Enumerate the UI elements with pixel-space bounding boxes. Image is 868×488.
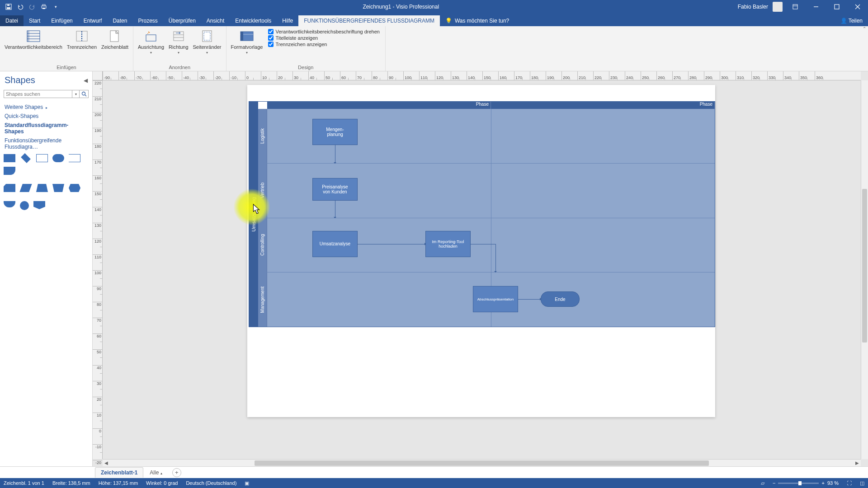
page-tab-all[interactable]: Alle ▴	[145, 468, 166, 478]
shape-parallelogram[interactable]	[19, 184, 32, 192]
scroll-left-icon[interactable]: ◀	[103, 460, 110, 465]
node-preisanalyse[interactable]: Preisanalyse von Kunden	[312, 178, 358, 201]
phase-1[interactable]: Phase	[267, 102, 491, 109]
search-dropdown-icon[interactable]: ▾	[72, 90, 80, 98]
shape-preparation[interactable]	[69, 184, 80, 192]
tab-review[interactable]: Überprüfen	[163, 15, 201, 26]
save-icon[interactable]	[5, 3, 13, 11]
collapse-ribbon-icon[interactable]: ⌃	[863, 26, 866, 31]
swimlane-button[interactable]: Verantwortlichkeitsbereich	[3, 28, 64, 51]
presentation-mode-icon[interactable]: ▱	[761, 480, 764, 486]
scrollbar-horizontal[interactable]: ◀ ▶	[103, 459, 861, 466]
tab-data[interactable]: Daten	[107, 15, 132, 26]
titlebar-checkbox-label[interactable]: Titelleiste anzeigen	[268, 35, 380, 41]
page-tab-1[interactable]: Zeichenblatt-1	[95, 467, 143, 478]
redo-icon[interactable]	[28, 3, 36, 11]
shape-delay[interactable]	[4, 201, 15, 207]
quick-shapes-link[interactable]: Quick-Shapes	[0, 112, 92, 121]
std-shapes-link[interactable]: Standardflussdiagramm-Shapes	[0, 121, 92, 136]
tab-start[interactable]: Start	[24, 15, 46, 26]
shapes-search-input[interactable]	[4, 90, 72, 98]
maximize-icon[interactable]	[829, 0, 845, 14]
shape-document[interactable]	[4, 167, 15, 175]
shape-manual-input[interactable]	[52, 184, 64, 192]
node-mengenplanung[interactable]: Mengen- planung	[312, 119, 358, 145]
style-button[interactable]: Formatvorlage	[229, 28, 265, 56]
fit-page-icon[interactable]: ⛶	[847, 480, 852, 486]
svg-rect-5	[42, 8, 45, 9]
titlebar: ▾ Zeichnung1 - Visio Professional Fabio …	[0, 0, 868, 14]
print-icon[interactable]	[40, 3, 48, 11]
shape-manual-op[interactable]	[36, 184, 48, 192]
rotate-label-checkbox[interactable]: Verantwortlichkeitsbereichsbeschriftung …	[268, 29, 380, 34]
tab-design[interactable]: Entwurf	[78, 15, 108, 26]
node-umsatzanalyse[interactable]: Umsatzanalyse	[312, 231, 358, 257]
shape-terminator[interactable]	[52, 154, 64, 162]
shape-process[interactable]	[4, 154, 15, 162]
qat-customize-icon[interactable]: ▾	[52, 3, 60, 11]
separators-checkbox-label[interactable]: Trennzeichen anzeigen	[268, 42, 380, 47]
node-abschluss[interactable]: Abschlusspräsentation	[473, 286, 518, 312]
direction-button[interactable]: Richtung	[167, 28, 190, 56]
rotate-checkbox[interactable]	[268, 29, 274, 34]
lane-management[interactable]: Management Abschlusspräsentation Ende	[258, 272, 715, 327]
share-button[interactable]: 👤 Teilen	[835, 15, 868, 26]
titlebar-checkbox[interactable]	[268, 35, 274, 41]
node-reporting[interactable]: Im Reporting-Tool hochladen	[425, 231, 471, 257]
zoom-level[interactable]: 93 %	[827, 480, 839, 486]
shape-data[interactable]	[69, 154, 80, 162]
shape-subprocess[interactable]	[36, 154, 48, 162]
drawing-page[interactable]: Umsatzplanung Phase Phase Logistik Menge…	[247, 85, 715, 417]
canvas[interactable]: Umsatzplanung Phase Phase Logistik Menge…	[103, 80, 861, 459]
connector[interactable]	[471, 244, 495, 244]
tab-insert[interactable]: Einfügen	[46, 15, 78, 26]
close-icon[interactable]	[849, 0, 866, 14]
lane-vertrieb[interactable]: Vertrieb Preisanalyse von Kunden	[258, 164, 715, 218]
tell-me[interactable]: 💡 Was möchten Sie tun?	[440, 15, 514, 26]
connector[interactable]	[518, 299, 541, 300]
ribbon-display-icon[interactable]	[787, 0, 803, 14]
zoom-in-icon[interactable]: +	[821, 480, 824, 486]
swimlane-container[interactable]: Umsatzplanung Phase Phase Logistik Menge…	[249, 101, 715, 327]
user-name[interactable]: Fabio Basler	[738, 4, 768, 10]
lane-controlling[interactable]: Controlling Umsatzanalyse Im Reporting-T…	[258, 218, 715, 273]
zoom-slider[interactable]	[778, 483, 819, 484]
shapes-collapse-icon[interactable]: ◀	[84, 77, 88, 84]
separator-button[interactable]: Trennzeichen	[65, 28, 99, 51]
orientation-button[interactable]: Ausrichtung	[136, 28, 166, 56]
tab-crossfunctional[interactable]: FUNKTIONSÜBERGREIFENDES FLUSSDIAGRAMM	[298, 15, 440, 26]
node-ende[interactable]: Ende	[541, 291, 580, 307]
connector[interactable]	[335, 201, 335, 218]
shape-connector[interactable]	[20, 201, 29, 210]
zoom-out-icon[interactable]: −	[773, 480, 775, 486]
scroll-right-icon[interactable]: ▶	[854, 460, 861, 465]
page-button[interactable]: Zeichenblatt	[99, 28, 130, 51]
tab-developer[interactable]: Entwicklertools	[230, 15, 277, 26]
swimlane-title[interactable]: Umsatzplanung	[249, 102, 258, 327]
pan-zoom-icon[interactable]: ◫	[860, 480, 864, 486]
undo-icon[interactable]	[16, 3, 24, 11]
connector[interactable]	[335, 145, 335, 163]
cross-shapes-link[interactable]: Funktionsübergreifende Flussdiagra…	[0, 136, 92, 151]
search-icon[interactable]	[80, 90, 89, 98]
shape-card[interactable]	[4, 184, 15, 192]
macro-record-icon[interactable]: ▣	[245, 480, 249, 486]
lane-logistik[interactable]: Logistik Mengen- planung	[258, 109, 715, 164]
shape-decision[interactable]	[21, 153, 31, 163]
avatar[interactable]	[773, 2, 783, 12]
add-page-button[interactable]: +	[172, 468, 181, 477]
shape-offpage[interactable]	[33, 201, 45, 209]
phase-2[interactable]: Phase	[491, 102, 715, 109]
scrollbar-vertical[interactable]	[861, 80, 868, 459]
connector[interactable]	[358, 244, 425, 244]
tab-process[interactable]: Prozess	[132, 15, 163, 26]
status-lang[interactable]: Deutsch (Deutschland)	[186, 480, 236, 486]
margins-button[interactable]: Seitenränder	[191, 28, 223, 56]
more-shapes-link[interactable]: Weitere Shapes▸	[0, 103, 92, 112]
tab-help[interactable]: Hilfe	[277, 15, 298, 26]
separators-checkbox[interactable]	[268, 42, 274, 47]
minimize-icon[interactable]	[808, 0, 824, 14]
tab-file[interactable]: Datei	[0, 15, 24, 26]
connector[interactable]	[495, 244, 496, 272]
tab-view[interactable]: Ansicht	[201, 15, 230, 26]
